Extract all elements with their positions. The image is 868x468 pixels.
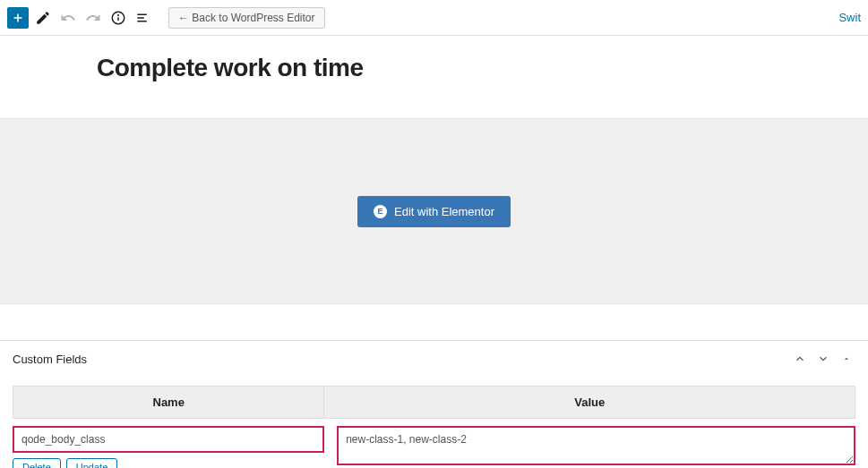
undo-icon: [60, 10, 76, 26]
caret-up-icon: [842, 354, 851, 363]
redo-button[interactable]: [82, 7, 104, 29]
custom-fields-panel: Custom Fields Name Value Delete Update n: [0, 340, 868, 468]
pencil-icon: [35, 10, 51, 26]
cf-update-button[interactable]: Update: [66, 458, 117, 468]
panel-move-down-button[interactable]: [814, 350, 832, 368]
list-icon: [135, 10, 151, 26]
panel-move-up-button[interactable]: [791, 350, 809, 368]
elementor-panel: E Edit with Elementor: [0, 118, 868, 304]
custom-fields-title: Custom Fields: [13, 353, 786, 366]
chevron-down-icon: [817, 353, 829, 365]
elementor-icon: E: [374, 205, 387, 218]
info-button[interactable]: [107, 7, 129, 29]
back-to-wp-button[interactable]: ← Back to WordPress Editor: [168, 7, 325, 29]
add-block-button[interactable]: [7, 7, 29, 29]
cf-col-value: Value: [324, 387, 855, 418]
chevron-up-icon: [794, 353, 806, 365]
custom-fields-body: Name Value Delete Update new-class-1, ne…: [0, 377, 868, 468]
edit-elementor-label: Edit with Elementor: [394, 205, 494, 218]
svg-point-2: [118, 14, 119, 15]
cf-name-input[interactable]: [13, 426, 324, 453]
edit-with-elementor-button[interactable]: E Edit with Elementor: [357, 196, 511, 227]
switch-link[interactable]: Swit: [838, 11, 861, 24]
custom-fields-header: Custom Fields: [0, 341, 868, 377]
cf-row-actions: Delete Update: [13, 458, 324, 468]
info-icon: [110, 10, 126, 26]
plus-icon: [10, 10, 26, 26]
page-title[interactable]: Complete work on time: [97, 54, 868, 82]
panel-toggle-button[interactable]: [838, 350, 855, 368]
cf-table-header: Name Value: [13, 386, 855, 419]
cf-value-input[interactable]: new-class-1, new-class-2: [337, 426, 855, 465]
redo-icon: [85, 10, 101, 26]
editor-toolbar: ← Back to WordPress Editor Swit: [0, 0, 868, 36]
outline-button[interactable]: [133, 7, 154, 29]
cf-col-name: Name: [13, 387, 324, 418]
undo-button[interactable]: [57, 7, 79, 29]
title-area: Complete work on time: [0, 36, 868, 118]
cf-delete-button[interactable]: Delete: [13, 458, 61, 468]
tools-button[interactable]: [32, 7, 54, 29]
cf-row: Delete Update new-class-1, new-class-2: [13, 426, 855, 468]
